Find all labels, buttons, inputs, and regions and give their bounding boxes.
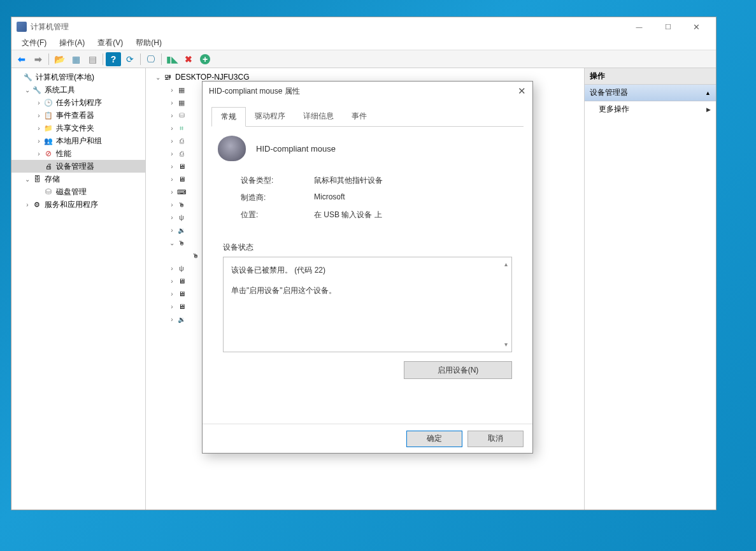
maximize-button[interactable]	[653, 18, 682, 36]
menu-view[interactable]: 查看(V)	[91, 36, 129, 50]
row-device-type: 设备类型: 鼠标和其他指针设备	[241, 175, 506, 186]
tree-label: 本地用户和组	[56, 136, 102, 147]
tree-computer-management[interactable]: 计算机管理(本地)	[11, 71, 145, 83]
show-hide-button[interactable]: ▦	[68, 52, 83, 66]
menu-file[interactable]: 文件(F)	[15, 36, 53, 50]
tree-shared-folders[interactable]: ›共享文件夹	[11, 122, 145, 134]
device-header: HID-compliant mouse	[218, 136, 517, 161]
tree-services[interactable]: ›服务和应用程序	[11, 198, 145, 211]
tab-events[interactable]: 事件	[343, 107, 376, 126]
enable-device-button[interactable]: 启用设备(N)	[404, 361, 512, 379]
up-button[interactable]: 📂	[52, 52, 67, 66]
scroll-down-icon[interactable]: ▾	[501, 339, 510, 350]
device-manager-icon	[43, 161, 53, 171]
scroll-up-icon[interactable]: ▴	[501, 259, 510, 270]
network-icon	[176, 123, 187, 133]
row-manufacturer: 制造商: Microsoft	[241, 192, 506, 203]
tree-performance[interactable]: ›性能	[11, 147, 145, 160]
performance-icon	[43, 148, 53, 159]
clock-icon	[43, 97, 53, 108]
toolbar: ⬅ ➡ 📂 ▦ ▤ ? ⟳ 🖵 ▮◣ ✖ +	[11, 50, 716, 68]
tree-label: 事件查看器	[56, 110, 94, 121]
chip-icon	[176, 85, 187, 95]
mouse-icon	[190, 250, 201, 261]
tree-local-users[interactable]: ›本地用户和组	[11, 134, 145, 147]
navigation-tree[interactable]: 计算机管理(本地) ⌄系统工具 ›任务计划程序 ›事件查看器 ›共享文件夹 ›本…	[11, 68, 146, 510]
minimize-button[interactable]	[625, 18, 653, 36]
monitor-icon	[176, 301, 187, 311]
disable-button[interactable]: ✖	[181, 52, 196, 66]
chevron-right-icon: ▶	[706, 106, 711, 113]
cancel-button[interactable]: 取消	[467, 431, 524, 447]
device-properties-dialog: HID-compliant mouse 属性 ✕ 常规 驱动程序 详细信息 事件…	[202, 81, 533, 454]
toolbar-separator	[48, 54, 49, 65]
properties-button[interactable]: ▤	[85, 52, 100, 66]
status-legend: 设备状态	[223, 242, 512, 253]
dialog-close-button[interactable]: ✕	[507, 85, 526, 97]
actions-panel: 操作 设备管理器 ▲ 更多操作 ▶	[585, 68, 716, 510]
main-titlebar[interactable]: 计算机管理	[11, 17, 716, 36]
enable-button[interactable]: +	[197, 52, 213, 66]
chip-icon	[176, 97, 187, 108]
refresh-button[interactable]: ⟳	[122, 52, 138, 66]
users-icon	[43, 136, 53, 146]
monitor-icon	[176, 174, 187, 184]
tree-event-viewer[interactable]: ›事件查看器	[11, 109, 145, 122]
scan-button[interactable]: 🖵	[143, 52, 159, 66]
tree-label: 性能	[56, 148, 71, 159]
keyboard-icon	[176, 187, 187, 197]
monitor-icon	[176, 289, 187, 299]
label-manufacturer: 制造商:	[241, 192, 314, 203]
enable-button-row: 启用设备(N)	[223, 361, 512, 379]
tools-icon	[32, 85, 42, 95]
dialog-body: 常规 驱动程序 详细信息 事件 HID-compliant mouse 设备类型…	[203, 101, 532, 424]
tab-driver[interactable]: 驱动程序	[246, 107, 294, 126]
sound-icon	[176, 225, 187, 235]
value-manufacturer: Microsoft	[314, 192, 345, 203]
tab-details[interactable]: 详细信息	[294, 107, 343, 126]
pc-icon	[162, 72, 173, 82]
tree-device-manager[interactable]: 设备管理器	[11, 160, 145, 173]
management-icon	[23, 72, 33, 82]
tree-label: 任务计划程序	[56, 97, 102, 108]
printer-icon	[176, 136, 187, 146]
tree-label: 系统工具	[45, 85, 75, 96]
close-button[interactable]	[682, 18, 711, 36]
back-button[interactable]: ⬅	[14, 52, 29, 66]
toolbar-separator	[140, 54, 141, 65]
tree-label: 设备管理器	[56, 161, 94, 172]
event-icon	[43, 110, 53, 120]
ok-button[interactable]: 确定	[406, 431, 462, 447]
disk-icon	[176, 110, 187, 120]
tree-label: 磁盘管理	[56, 187, 87, 197]
menu-action[interactable]: 操作(A)	[53, 36, 91, 50]
value-location: 在 USB 输入设备 上	[314, 210, 382, 220]
collapse-icon: ▲	[705, 90, 711, 96]
forward-button[interactable]: ➡	[31, 52, 46, 66]
more-actions[interactable]: 更多操作 ▶	[585, 101, 716, 117]
menu-help[interactable]: 帮助(H)	[129, 36, 168, 50]
tree-disk-management[interactable]: 磁盘管理	[11, 185, 145, 198]
tree-task-scheduler[interactable]: ›任务计划程序	[11, 96, 145, 109]
tree-storage[interactable]: ⌄存储	[11, 173, 145, 185]
device-status-group: 设备状态 该设备已被禁用。 (代码 22) 单击"启用设备"启用这个设备。 ▴ …	[223, 242, 512, 352]
device-status-textarea[interactable]: 该设备已被禁用。 (代码 22) 单击"启用设备"启用这个设备。 ▴ ▾	[223, 257, 512, 352]
actions-section[interactable]: 设备管理器 ▲	[585, 85, 716, 101]
tree-system-tools[interactable]: ⌄系统工具	[11, 83, 145, 96]
value-device-type: 鼠标和其他指针设备	[314, 175, 383, 186]
row-location: 位置: 在 USB 输入设备 上	[241, 210, 506, 220]
window-title: 计算机管理	[31, 22, 625, 32]
tab-general[interactable]: 常规	[211, 107, 246, 127]
update-driver-button[interactable]: ▮◣	[164, 52, 180, 66]
folder-icon	[43, 123, 53, 133]
window-controls	[625, 18, 711, 36]
mouse-icon	[176, 238, 187, 248]
help-button[interactable]: ?	[106, 52, 121, 66]
disk-icon	[43, 187, 53, 197]
storage-icon	[32, 174, 42, 184]
tree-label: 存储	[45, 174, 60, 185]
monitor-icon	[176, 276, 187, 286]
label-location: 位置:	[241, 210, 314, 220]
dialog-titlebar[interactable]: HID-compliant mouse 属性 ✕	[203, 82, 532, 101]
monitor-icon	[176, 161, 187, 171]
